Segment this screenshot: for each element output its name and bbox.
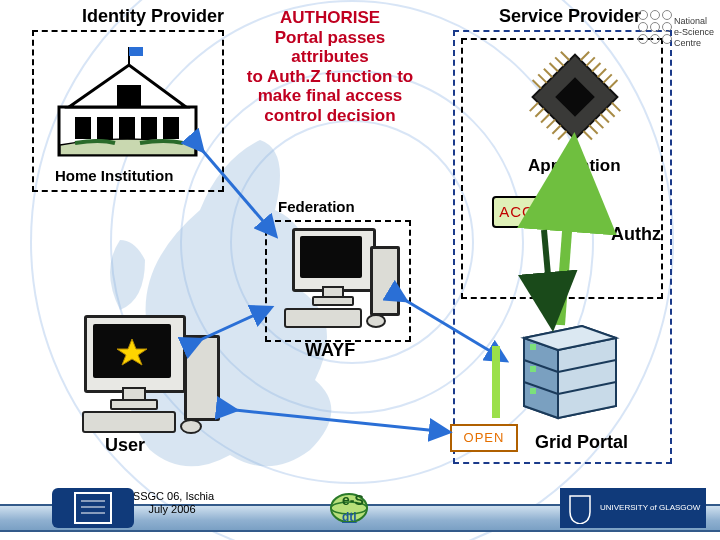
- svg-line-23: [583, 131, 591, 139]
- authorise-line: attributes: [230, 47, 430, 67]
- svg-line-31: [535, 108, 543, 116]
- federation-label: Federation: [278, 198, 355, 215]
- svg-line-21: [595, 120, 603, 128]
- svg-line-24: [581, 52, 589, 60]
- svg-line-35: [558, 131, 566, 139]
- dti-text: dti: [342, 510, 357, 524]
- svg-line-26: [592, 63, 600, 71]
- edinburgh-logo: [52, 488, 134, 528]
- building-icon: [55, 45, 200, 160]
- svg-line-12: [561, 52, 569, 60]
- user-label: User: [105, 435, 145, 456]
- svg-line-28: [603, 74, 611, 82]
- svg-rect-7: [117, 85, 141, 107]
- svg-line-15: [544, 69, 552, 77]
- svg-rect-4: [141, 117, 157, 139]
- authz-label: Authz: [611, 224, 661, 245]
- processor-chip-icon: [520, 42, 630, 152]
- footer: ISSGC 06, Ischia July 2006 e-S dti UNIVE…: [0, 484, 720, 540]
- svg-rect-44: [530, 344, 536, 350]
- svg-line-25: [586, 57, 594, 65]
- escience-text: e-S: [342, 492, 364, 508]
- svg-marker-37: [524, 338, 558, 418]
- service-provider-label: Service Provider: [499, 6, 641, 27]
- application-label: Application: [528, 156, 621, 176]
- nesc-logo: National e-Science Centre: [638, 10, 716, 70]
- svg-line-20: [600, 114, 608, 122]
- wayf-computer-icon: [278, 228, 396, 336]
- authorise-line: control decision: [230, 106, 430, 126]
- grid-portal-label: Grid Portal: [535, 432, 628, 453]
- server-icon: [510, 320, 630, 430]
- user-computer-icon: [84, 315, 234, 435]
- authorise-line: make final access: [230, 86, 430, 106]
- svg-rect-2: [97, 117, 113, 139]
- svg-line-32: [541, 114, 549, 122]
- wayf-label: WAYF: [305, 340, 355, 361]
- authorise-text: AUTHORISE Portal passes attributes to Au…: [230, 8, 430, 125]
- glasgow-text: UNIVERSITY of GLASGOW: [600, 504, 700, 513]
- svg-line-30: [530, 103, 538, 111]
- nesc-text: Centre: [674, 38, 714, 49]
- svg-rect-1: [75, 117, 91, 139]
- svg-marker-38: [558, 338, 616, 418]
- svg-rect-45: [530, 366, 536, 372]
- escience-logo: e-S dti: [296, 488, 406, 528]
- svg-line-22: [589, 125, 597, 133]
- svg-line-34: [552, 125, 560, 133]
- svg-line-17: [533, 80, 541, 88]
- svg-rect-46: [530, 388, 536, 394]
- svg-rect-5: [163, 117, 179, 139]
- svg-rect-54: [75, 493, 111, 523]
- authorise-line: Portal passes: [230, 28, 430, 48]
- glasgow-logo: UNIVERSITY of GLASGOW: [560, 488, 706, 528]
- svg-line-18: [612, 103, 620, 111]
- identity-provider-label: Identity Provider: [82, 6, 224, 27]
- svg-line-19: [606, 108, 614, 116]
- svg-rect-3: [119, 117, 135, 139]
- svg-rect-9: [129, 47, 143, 56]
- authorise-line: AUTHORISE: [230, 8, 430, 28]
- authorise-line: to Auth.Z function to: [230, 67, 430, 87]
- open-badge: OPEN: [450, 424, 518, 452]
- nesc-text: e-Science: [674, 27, 714, 38]
- svg-line-29: [609, 80, 617, 88]
- svg-line-13: [555, 57, 563, 65]
- accepted-badge: ACCEPTED: [492, 196, 596, 228]
- home-institution-label: Home Institution: [55, 167, 173, 184]
- nesc-text: National: [674, 16, 714, 27]
- svg-line-14: [550, 63, 558, 71]
- svg-line-27: [598, 69, 606, 77]
- svg-line-33: [547, 120, 555, 128]
- svg-line-16: [538, 74, 546, 82]
